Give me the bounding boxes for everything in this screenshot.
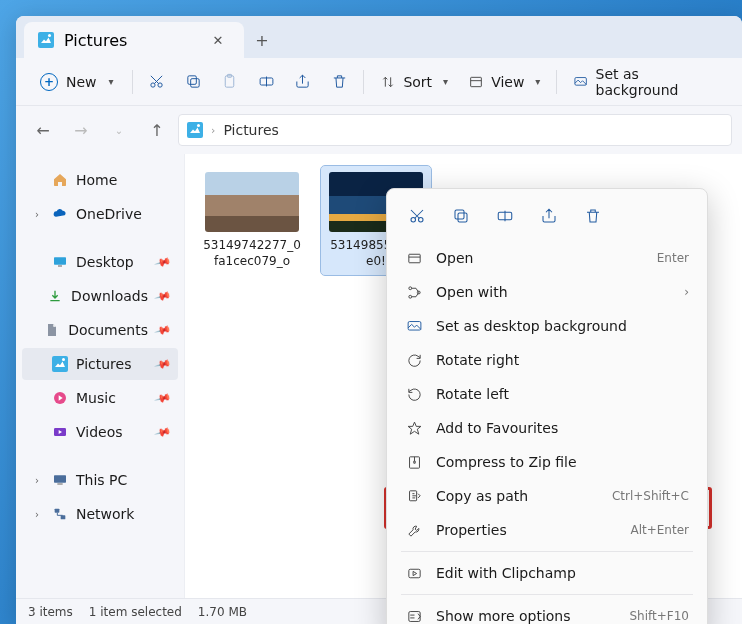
ctx-item-clipchamp[interactable]: Edit with Clipchamp <box>393 556 701 590</box>
share-button[interactable] <box>286 66 318 98</box>
sidebar-item-videos[interactable]: Videos 📌 <box>22 416 178 448</box>
svg-rect-15 <box>55 509 60 513</box>
expand-icon[interactable]: › <box>30 475 44 486</box>
pictures-icon <box>52 356 68 372</box>
documents-icon <box>44 322 60 338</box>
ctx-item-compress[interactable]: Compress to Zip file <box>393 445 701 479</box>
breadcrumb-current[interactable]: Pictures <box>223 122 278 138</box>
sidebar-item-downloads[interactable]: Downloads 📌 <box>22 280 178 312</box>
ctx-label: Compress to Zip file <box>436 454 577 470</box>
recent-button[interactable]: ⌄ <box>102 113 136 147</box>
pin-icon: 📌 <box>154 253 173 271</box>
wrench-icon <box>405 521 423 539</box>
downloads-icon <box>47 288 63 304</box>
sidebar-label: Pictures <box>76 356 131 372</box>
home-icon <box>52 172 68 188</box>
ctx-item-rotate-left[interactable]: Rotate left <box>393 377 701 411</box>
sidebar-label: Videos <box>76 424 123 440</box>
sidebar-item-thispc[interactable]: › This PC <box>22 464 178 496</box>
ctx-cut-button[interactable] <box>399 199 435 233</box>
address-bar[interactable]: › Pictures <box>178 114 732 146</box>
delete-button[interactable] <box>323 66 355 98</box>
tab-pictures[interactable]: Pictures ✕ <box>24 22 244 58</box>
svg-rect-19 <box>458 213 467 222</box>
pin-icon: 📌 <box>154 423 173 441</box>
cut-button[interactable] <box>141 66 173 98</box>
ctx-delete-button[interactable] <box>575 199 611 233</box>
ctx-item-favourites[interactable]: Add to Favourites <box>393 411 701 445</box>
toolbar: + New ▾ Sort ▾ View ▾ Set as background <box>16 58 742 106</box>
context-menu: Open Enter Open with › Set as desktop ba… <box>386 188 708 624</box>
more-options-icon <box>405 607 423 624</box>
view-button[interactable]: View ▾ <box>460 66 548 98</box>
rename-button[interactable] <box>250 66 282 98</box>
svg-rect-20 <box>455 210 464 219</box>
ctx-item-open[interactable]: Open Enter <box>393 241 701 275</box>
rotate-right-icon <box>405 351 423 369</box>
sidebar-item-desktop[interactable]: Desktop 📌 <box>22 246 178 278</box>
ctx-copy-button[interactable] <box>443 199 479 233</box>
up-button[interactable]: ↑ <box>140 113 174 147</box>
sort-button[interactable]: Sort ▾ <box>372 66 456 98</box>
copypath-icon <box>405 487 423 505</box>
copy-button[interactable] <box>177 66 209 98</box>
clipchamp-icon <box>405 564 423 582</box>
zip-icon <box>405 453 423 471</box>
forward-button[interactable]: → <box>64 113 98 147</box>
separator <box>132 70 133 94</box>
ctx-item-copypath[interactable]: Copy as path Ctrl+Shift+C <box>393 479 701 513</box>
navigation-pane: Home › OneDrive Desktop 📌 Downloads 📌 <box>16 154 184 598</box>
ctx-label: Properties <box>436 522 507 538</box>
sidebar-item-network[interactable]: › Network <box>22 498 178 530</box>
open-icon <box>405 249 423 267</box>
set-background-button[interactable]: Set as background <box>565 66 728 98</box>
separator <box>363 70 364 94</box>
sidebar-item-onedrive[interactable]: › OneDrive <box>22 198 178 230</box>
ctx-share-button[interactable] <box>531 199 567 233</box>
ctx-item-rotate-right[interactable]: Rotate right <box>393 343 701 377</box>
expand-icon[interactable]: › <box>30 509 44 520</box>
navigation-bar: ← → ⌄ ↑ › Pictures <box>16 106 742 154</box>
ctx-shortcut: Ctrl+Shift+C <box>612 489 689 503</box>
ctx-item-more-options[interactable]: Show more options Shift+F10 <box>393 599 701 624</box>
ctx-label: Set as desktop background <box>436 318 627 334</box>
plus-icon: + <box>40 73 58 91</box>
pin-icon: 📌 <box>154 321 173 339</box>
ctx-label: Rotate right <box>436 352 519 368</box>
sidebar-label: Desktop <box>76 254 134 270</box>
paste-button[interactable] <box>214 66 246 98</box>
ctx-rename-button[interactable] <box>487 199 523 233</box>
desktop-icon <box>52 254 68 270</box>
sidebar-label: Downloads <box>71 288 148 304</box>
file-item[interactable]: 53149742277_0fa1cec079_o <box>197 166 307 275</box>
ctx-item-properties[interactable]: Properties Alt+Enter <box>393 513 701 547</box>
rotate-left-icon <box>405 385 423 403</box>
onedrive-icon <box>52 206 68 222</box>
ctx-label: Copy as path <box>436 488 528 504</box>
pictures-icon <box>38 32 54 48</box>
sidebar-label: Home <box>76 172 117 188</box>
status-selected-count: 1 item selected <box>89 605 182 619</box>
sidebar-item-pictures[interactable]: Pictures 📌 <box>22 348 178 380</box>
sidebar-item-music[interactable]: Music 📌 <box>22 382 178 414</box>
close-tab-button[interactable]: ✕ <box>206 28 230 52</box>
new-tab-button[interactable]: + <box>244 22 280 58</box>
ctx-shortcut: Enter <box>657 251 689 265</box>
sidebar-item-documents[interactable]: Documents 📌 <box>22 314 178 346</box>
ctx-label: Rotate left <box>436 386 509 402</box>
tab-title: Pictures <box>64 31 127 50</box>
view-icon <box>468 74 484 90</box>
svg-point-24 <box>408 295 411 298</box>
spacer <box>22 450 178 462</box>
svg-rect-16 <box>61 515 66 519</box>
background-label: Set as background <box>596 66 720 98</box>
svg-rect-22 <box>408 254 419 263</box>
new-button[interactable]: + New ▾ <box>30 66 124 98</box>
back-button[interactable]: ← <box>26 113 60 147</box>
expand-icon[interactable]: › <box>30 209 44 220</box>
sidebar-item-home[interactable]: Home <box>22 164 178 196</box>
divider <box>401 594 693 595</box>
separator <box>556 70 557 94</box>
ctx-item-openwith[interactable]: Open with › <box>393 275 701 309</box>
ctx-item-setbackground[interactable]: Set as desktop background <box>393 309 701 343</box>
